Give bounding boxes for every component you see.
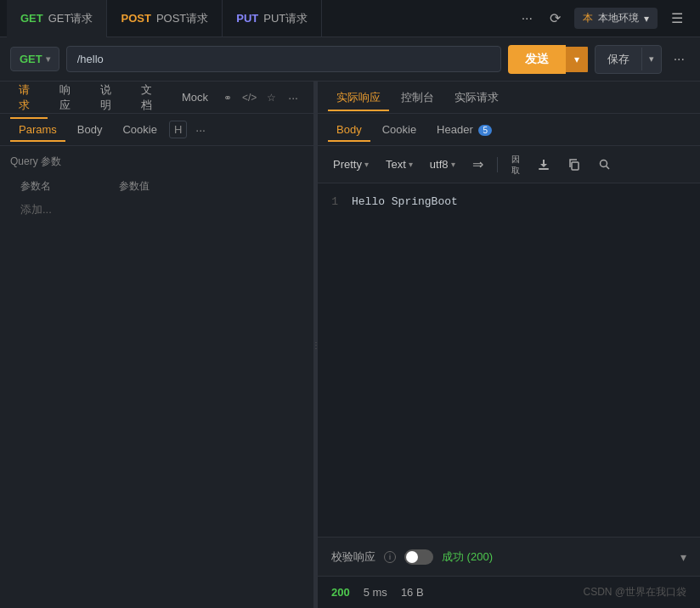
- extract-button[interactable]: 因 取: [506, 152, 525, 177]
- body-inner-tabs: Body Cookie Header 5: [318, 114, 700, 146]
- resp-toolbar: Pretty ▾ Text ▾ utf8 ▾ ⇒ 因 取: [318, 146, 700, 183]
- code-icon[interactable]: </>: [239, 88, 260, 107]
- validate-toggle[interactable]: [404, 549, 433, 565]
- right-panel: 实际响应 控制台 实际请求 Body Cookie Header 5: [318, 82, 700, 608]
- response-code-area: 1 Hello SpringBoot: [318, 183, 700, 537]
- validate-status: 成功 (200): [442, 549, 493, 565]
- pretty-select[interactable]: Pretty ▾: [328, 155, 374, 174]
- status-size: 16 B: [401, 586, 424, 599]
- url-more-button[interactable]: ···: [669, 48, 690, 70]
- get-tab-label: GET请求: [48, 11, 93, 26]
- toggle-knob: [406, 551, 418, 563]
- encoding-select[interactable]: utf8 ▾: [425, 155, 460, 174]
- link-icon[interactable]: ⚭: [220, 88, 235, 107]
- encoding-chevron: ▾: [451, 160, 455, 169]
- tab-bar: GET GET请求 POST POST请求 PUT PUT请求 ··· ⟳ 本 …: [0, 0, 700, 37]
- resp-tab-console[interactable]: 控制台: [392, 85, 443, 110]
- text-chevron: ▾: [409, 160, 413, 169]
- query-header: 参数名 参数值: [10, 179, 303, 194]
- main-menu-button[interactable]: ☰: [668, 7, 686, 30]
- refresh-button[interactable]: ⟳: [546, 7, 564, 30]
- tab-put[interactable]: PUT PUT请求: [223, 0, 322, 37]
- url-bar: GET ▾ 发送 ▾ 保存 ▾ ···: [0, 37, 700, 82]
- params-tab-body[interactable]: Body: [69, 118, 111, 141]
- code-line: 1 Hello SpringBoot: [318, 194, 700, 210]
- method-chevron: ▾: [46, 54, 50, 64]
- save-btn-group: 保存 ▾: [595, 45, 662, 74]
- line-content: Hello SpringBoot: [352, 195, 458, 208]
- left-panel: 请求 响应 说明 文档 Mock ⚭ </> ☆ ··· Params: [0, 82, 314, 608]
- validate-info-icon[interactable]: i: [384, 551, 396, 563]
- validate-bar: 校验响应 i 成功 (200) ▾: [318, 537, 700, 576]
- sub-tab-request[interactable]: 请求: [10, 77, 48, 118]
- svg-rect-1: [572, 162, 579, 170]
- sub-tabs-more-button[interactable]: ···: [283, 87, 303, 108]
- save-dropdown-button[interactable]: ▾: [641, 48, 661, 70]
- params-more-button[interactable]: ···: [190, 120, 211, 140]
- get-method-label: GET: [20, 12, 43, 25]
- put-method-label: PUT: [236, 12, 258, 25]
- header-badge: 5: [478, 125, 492, 136]
- send-button[interactable]: 发送: [508, 45, 566, 74]
- query-title: Query 参数: [10, 155, 303, 169]
- resp-tab-actual[interactable]: 实际响应: [328, 85, 389, 110]
- format-icon-btn[interactable]: ⇒: [467, 153, 488, 176]
- method-label: GET: [20, 53, 42, 65]
- params-inner-tabs: Params Body Cookie H ···: [0, 114, 313, 146]
- post-method-label: POST: [121, 12, 150, 25]
- env-dot: 本: [583, 11, 593, 25]
- text-select[interactable]: Text ▾: [381, 155, 418, 174]
- download-icon-btn[interactable]: [532, 155, 556, 175]
- main-content: 请求 响应 说明 文档 Mock ⚭ </> ☆ ··· Params: [0, 82, 700, 608]
- tab-get[interactable]: GET GET请求: [7, 0, 107, 37]
- post-tab-label: POST请求: [156, 11, 208, 26]
- pretty-chevron: ▾: [364, 160, 369, 169]
- line-number: 1: [318, 195, 352, 208]
- star-icon[interactable]: ☆: [263, 88, 279, 107]
- svg-point-2: [600, 160, 607, 166]
- sub-tab-mock[interactable]: Mock: [173, 86, 217, 109]
- status-code: 200: [331, 586, 350, 599]
- query-col-name: 参数名: [20, 179, 51, 194]
- toolbar-divider: [497, 157, 498, 172]
- request-sub-tabs: 请求 响应 说明 文档 Mock ⚭ </> ☆ ···: [0, 82, 313, 114]
- validate-chevron[interactable]: ▾: [680, 550, 686, 564]
- body-tab-body[interactable]: Body: [328, 118, 370, 141]
- validate-label: 校验响应: [331, 549, 375, 565]
- watermark: CSDN @世界在我口袋: [583, 585, 686, 600]
- svg-rect-0: [539, 168, 549, 170]
- url-input[interactable]: [66, 46, 501, 72]
- extract-label-bottom: 取: [511, 165, 520, 176]
- sub-tab-docs[interactable]: 文档: [133, 77, 170, 118]
- tab-post[interactable]: POST POST请求: [107, 0, 223, 37]
- more-dots-button[interactable]: ···: [518, 8, 536, 30]
- body-tab-header[interactable]: Header 5: [428, 118, 500, 141]
- response-top-tabs: 实际响应 控制台 实际请求: [318, 82, 700, 114]
- add-param-button[interactable]: 添加...: [10, 199, 303, 221]
- query-section: Query 参数 参数名 参数值 添加...: [0, 146, 313, 608]
- body-tab-cookie[interactable]: Cookie: [374, 118, 425, 141]
- method-selector[interactable]: GET ▾: [10, 47, 59, 71]
- send-dropdown-button[interactable]: ▾: [566, 47, 588, 72]
- copy-icon-btn[interactable]: [562, 155, 586, 175]
- params-h-icon[interactable]: H: [169, 121, 187, 138]
- save-button[interactable]: 保存: [596, 46, 641, 73]
- put-tab-label: PUT请求: [263, 11, 308, 26]
- extract-label-top: 因: [511, 154, 520, 165]
- params-tab-cookie[interactable]: Cookie: [114, 118, 165, 141]
- sub-tab-description[interactable]: 说明: [92, 77, 129, 118]
- search-icon-btn[interactable]: [593, 155, 617, 175]
- sub-tab-response[interactable]: 响应: [51, 77, 88, 118]
- status-time: 5 ms: [364, 586, 387, 599]
- resp-tab-request[interactable]: 实际请求: [446, 85, 507, 110]
- params-tab-params[interactable]: Params: [10, 118, 65, 141]
- env-chevron: ▾: [644, 13, 649, 25]
- svg-line-3: [606, 166, 609, 169]
- status-bar: 200 5 ms 16 B CSDN @世界在我口袋: [318, 576, 700, 608]
- query-col-value: 参数值: [119, 179, 150, 194]
- send-btn-group: 发送 ▾: [508, 45, 588, 74]
- env-selector[interactable]: 本 本地环境 ▾: [574, 8, 658, 29]
- env-label: 本地环境: [598, 11, 639, 25]
